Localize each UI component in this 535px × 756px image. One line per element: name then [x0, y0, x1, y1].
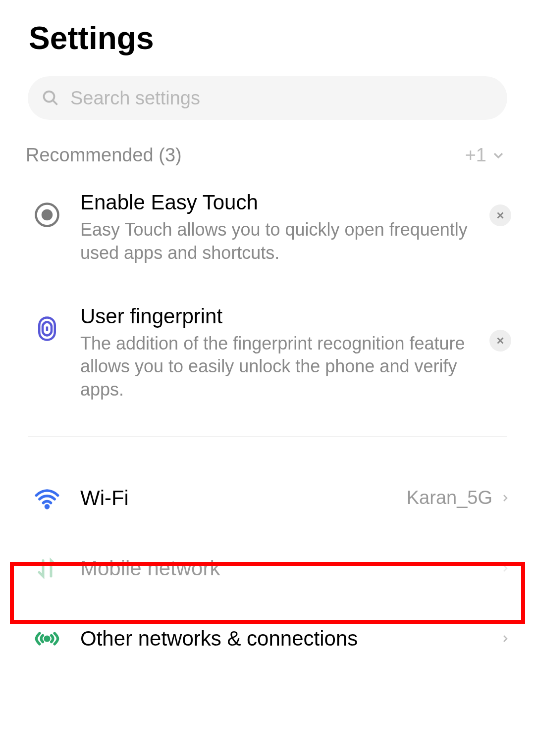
search-bar[interactable]: Search settings — [28, 76, 507, 120]
recommendation-fingerprint[interactable]: User fingerprint The addition of the fin… — [0, 280, 535, 402]
recommendation-title: Enable Easy Touch — [80, 191, 477, 214]
settings-item-other-networks[interactable]: Other networks & connections — [0, 607, 535, 670]
chevron-down-icon — [490, 148, 506, 163]
recommendation-desc: Easy Touch allows you to quickly open fr… — [80, 218, 477, 265]
chevron-right-icon — [499, 633, 511, 645]
settings-item-label: Mobile network — [80, 556, 499, 580]
recommended-label: Recommended (3) — [26, 145, 182, 166]
close-icon — [495, 210, 506, 221]
svg-point-9 — [45, 637, 49, 641]
search-placeholder: Search settings — [70, 88, 200, 109]
chevron-right-icon — [499, 562, 511, 574]
recommended-header[interactable]: Recommended (3) +1 — [0, 120, 535, 166]
easy-touch-icon — [30, 191, 64, 228]
recommendation-desc: The addition of the fingerprint recognit… — [80, 332, 477, 402]
search-icon — [42, 89, 59, 107]
svg-point-3 — [43, 210, 52, 219]
svg-point-0 — [44, 92, 54, 102]
dismiss-button[interactable] — [489, 204, 511, 226]
mobile-network-icon — [30, 556, 64, 580]
fingerprint-icon — [30, 304, 64, 342]
recommendation-title: User fingerprint — [80, 304, 477, 328]
recommended-more-count: +1 — [465, 145, 486, 166]
svg-point-8 — [46, 505, 48, 508]
other-networks-icon — [30, 626, 64, 652]
close-icon — [495, 335, 506, 346]
settings-item-wifi[interactable]: Wi-Fi Karan_5G — [0, 466, 535, 530]
chevron-right-icon — [499, 492, 511, 504]
recommended-expand[interactable]: +1 — [465, 145, 506, 166]
svg-line-1 — [53, 101, 57, 104]
settings-item-value: Karan_5G — [407, 487, 492, 508]
settings-item-label: Other networks & connections — [80, 627, 499, 651]
dismiss-button[interactable] — [489, 330, 511, 352]
settings-item-mobile-network[interactable]: Mobile network — [0, 538, 535, 599]
settings-item-label: Wi-Fi — [80, 486, 407, 510]
wifi-icon — [30, 485, 64, 511]
page-title: Settings — [0, 0, 535, 56]
recommendation-easy-touch[interactable]: Enable Easy Touch Easy Touch allows you … — [0, 166, 535, 265]
